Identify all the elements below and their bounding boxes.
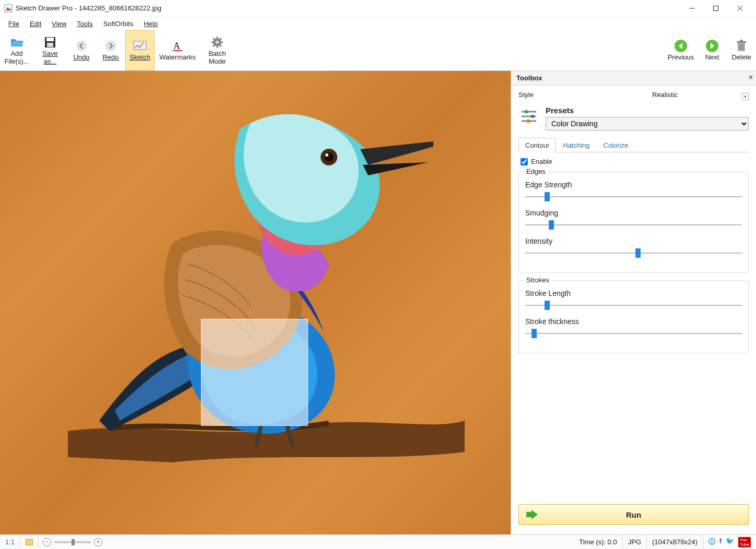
undo-icon	[75, 39, 88, 53]
presets-row: Presets Color Drawing	[518, 106, 749, 130]
status-format: JPG	[623, 535, 647, 549]
edge-strength-slider[interactable]	[525, 192, 742, 201]
svg-line-22	[213, 45, 215, 46]
fit-icon[interactable]	[20, 535, 39, 549]
close-button[interactable]	[728, 1, 752, 16]
style-dropdown[interactable]: Realistic ▾	[581, 91, 749, 99]
gear-icon	[210, 35, 224, 49]
intensity-slider[interactable]	[525, 248, 742, 258]
previous-button[interactable]: Previous	[664, 30, 698, 70]
svg-rect-2	[714, 6, 718, 10]
strokes-title: Strokes	[524, 276, 551, 284]
youtube-icon[interactable]: YouTube	[738, 537, 751, 547]
menu-file[interactable]: File	[4, 19, 23, 29]
redo-button[interactable]: Redo	[96, 30, 125, 70]
enable-row: Enable	[518, 158, 749, 165]
menu-view[interactable]: View	[48, 19, 70, 29]
status-dimensions: (1047x879x24)	[647, 535, 703, 549]
titlebar: Sketch Drawer Pro - 1442285_80661628222.…	[0, 0, 756, 17]
undo-button[interactable]: Undo	[67, 30, 96, 70]
svg-rect-40	[26, 539, 33, 545]
sketch-button[interactable]: Sketch	[125, 30, 155, 70]
tab-contour[interactable]: Contour	[518, 138, 556, 152]
zoom-control: − +	[39, 538, 107, 546]
toolbox-panel: Toolbox × Style Realistic ▾ Presets Colo…	[511, 71, 756, 534]
menubar: File Edit View Tools SoftOrbits Help	[0, 17, 756, 30]
next-button[interactable]: Next	[698, 30, 727, 70]
svg-point-9	[105, 41, 116, 51]
presets-select[interactable]: Color Drawing	[546, 117, 749, 130]
batch-mode-button[interactable]: Batch Mode	[200, 30, 234, 70]
run-button[interactable]: Run	[518, 504, 749, 525]
toolbox-header: Toolbox ×	[511, 71, 756, 86]
menu-softorbits[interactable]: SoftOrbits	[99, 19, 138, 29]
window-buttons	[680, 1, 752, 16]
presets-label: Presets	[546, 106, 749, 115]
style-label: Style	[518, 91, 581, 99]
info-icon[interactable]: ⓘ	[708, 537, 715, 547]
style-row: Style Realistic ▾	[518, 91, 749, 99]
sketch-icon	[133, 39, 147, 53]
window-title: Sketch Drawer Pro - 1442285_80661628222.…	[16, 4, 680, 12]
toolbar: Add File(s)... Save as... Undo Redo Sket…	[0, 30, 756, 71]
zoom-slider[interactable]	[54, 541, 91, 543]
menu-edit[interactable]: Edit	[26, 19, 45, 29]
smudging-slider[interactable]	[525, 220, 742, 230]
toolbox-title: Toolbox	[516, 74, 542, 82]
folder-open-icon	[10, 35, 23, 49]
stroke-thickness-label: Stroke thickness	[525, 317, 742, 326]
redo-icon	[104, 39, 117, 53]
app-icon	[4, 4, 13, 13]
facebook-icon[interactable]: f	[719, 537, 722, 547]
intensity-label: Intensity	[525, 237, 742, 245]
stroke-length-label: Stroke Length	[525, 289, 742, 297]
svg-point-32	[324, 152, 334, 162]
effect-tabs: Contour Hatching Colorize	[518, 138, 749, 152]
svg-rect-26	[737, 41, 746, 43]
svg-rect-37	[531, 115, 534, 118]
svg-point-33	[325, 153, 328, 157]
maximize-button[interactable]	[704, 1, 728, 16]
toolbox-close-button[interactable]: ×	[749, 73, 753, 81]
twitter-icon[interactable]: 🐦	[726, 537, 734, 547]
svg-point-8	[76, 41, 87, 51]
stroke-length-slider[interactable]	[525, 301, 742, 310]
run-bar: Run	[511, 499, 756, 534]
svg-line-19	[213, 38, 215, 40]
svg-line-21	[220, 38, 221, 40]
chevron-down-icon: ▾	[742, 93, 749, 100]
watermark-icon: A	[171, 39, 184, 53]
save-as-button[interactable]: Save as...	[33, 30, 67, 70]
social-links: ⓘ f 🐦 YouTube	[703, 537, 756, 547]
zoom-in-button[interactable]: +	[94, 538, 102, 546]
stroke-thickness-slider[interactable]	[525, 329, 742, 338]
sketch-preview-region[interactable]	[201, 319, 308, 426]
enable-label: Enable	[531, 158, 552, 165]
arrow-right-icon	[705, 39, 719, 53]
edges-title: Edges	[524, 168, 548, 175]
image-canvas[interactable]	[0, 71, 511, 534]
tab-colorize[interactable]: Colorize	[597, 138, 635, 152]
smudging-label: Smudging	[525, 209, 742, 217]
zoom-out-button[interactable]: −	[43, 538, 51, 546]
svg-rect-39	[527, 120, 530, 123]
strokes-group: Strokes Stroke Length Stroke thickness	[518, 280, 749, 353]
statusbar: 1:1 − + Time (s): 0.0 JPG (1047x879x24) …	[0, 534, 756, 549]
bird-image	[68, 87, 465, 494]
svg-line-20	[220, 45, 221, 46]
menu-tools[interactable]: Tools	[73, 19, 97, 29]
zoom-ratio[interactable]: 1:1	[0, 535, 20, 549]
sliders-icon	[518, 106, 539, 127]
enable-checkbox[interactable]	[521, 158, 528, 165]
arrow-left-icon	[674, 39, 688, 53]
floppy-icon	[43, 35, 57, 49]
menu-help[interactable]: Help	[139, 19, 162, 29]
edges-group: Edges Edge Strength Smudging Intensity	[518, 172, 749, 273]
watermarks-button[interactable]: A Watermarks	[155, 30, 200, 70]
tab-hatching[interactable]: Hatching	[556, 138, 596, 152]
run-arrow-icon	[526, 510, 538, 519]
add-files-button[interactable]: Add File(s)...	[0, 30, 33, 70]
svg-text:A: A	[173, 41, 180, 51]
minimize-button[interactable]	[680, 1, 704, 16]
delete-button[interactable]: Delete	[727, 30, 756, 70]
